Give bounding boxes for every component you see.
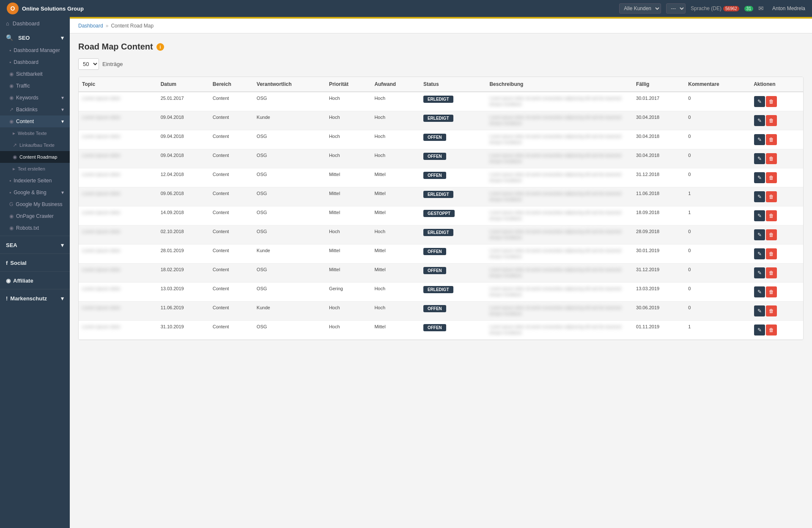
cell-beschreibung: Lorem ipsum dolor sit amet consectetur a… (486, 168, 633, 187)
keywords-chevron: ▾ (61, 95, 64, 101)
filter-bar: 50 Einträge (78, 58, 804, 70)
table-body: Lorem ipsum dolor25.01.2017ContentOSGHoc… (79, 92, 803, 340)
edit-button[interactable]: ✎ (754, 96, 765, 107)
sidebar-item-google-bing[interactable]: ▪ Google & Bing ▾ (0, 187, 70, 198)
delete-button[interactable]: 🗑 (766, 210, 777, 221)
divider-affiliate (0, 271, 70, 272)
edit-button[interactable]: ✎ (754, 134, 765, 145)
cell-verantwortlich: Kunde (253, 245, 326, 264)
edit-button[interactable]: ✎ (754, 305, 765, 316)
cell-aktionen: ✎🗑 (750, 302, 803, 321)
cell-topic: Lorem ipsum dolor (79, 168, 157, 187)
delete-button[interactable]: 🗑 (766, 153, 777, 164)
cell-status: ERLEDIGT (420, 187, 486, 206)
edit-button[interactable]: ✎ (754, 248, 765, 259)
delete-button[interactable]: 🗑 (766, 115, 777, 126)
breadcrumb-home[interactable]: Dashboard (78, 23, 103, 29)
delete-button[interactable]: 🗑 (766, 267, 777, 278)
sidebar-item-robots-txt[interactable]: ◉ Robots.txt (0, 222, 70, 234)
sidebar-item-website-texte[interactable]: ▸ Website Texte (0, 127, 70, 139)
delete-button[interactable]: 🗑 (766, 134, 777, 145)
sidebar-item-linkaufbau-texte[interactable]: ↗ Linkaufbau Texte (0, 139, 70, 151)
edit-button[interactable]: ✎ (754, 324, 765, 336)
delete-button[interactable]: 🗑 (766, 229, 777, 240)
edit-button[interactable]: ✎ (754, 115, 765, 126)
delete-button[interactable]: 🗑 (766, 191, 777, 202)
info-icon[interactable]: i (156, 43, 164, 51)
delete-button[interactable]: 🗑 (766, 172, 777, 183)
table-row: Lorem ipsum dolor09.04.2018ContentOSGHoc… (79, 149, 803, 168)
cell-beschreibung: Lorem ipsum dolor sit amet consectetur a… (486, 245, 633, 264)
edit-button[interactable]: ✎ (754, 267, 765, 278)
affiliate-section-header[interactable]: ◉ Affiliate (0, 273, 70, 287)
cell-datum: 18.02.2019 (157, 264, 209, 283)
col-bereich: Bereich (209, 77, 253, 92)
col-beschreibung: Beschreibung (486, 77, 633, 92)
delete-button[interactable]: 🗑 (766, 248, 777, 259)
cell-aufwand: Hoch (371, 149, 420, 168)
cell-bereich: Content (209, 206, 253, 226)
search-select[interactable]: --- (666, 3, 686, 14)
edit-button[interactable]: ✎ (754, 153, 765, 164)
sidebar-label-text-erstellen: Text erstellen (18, 166, 45, 171)
status-badge: ERLEDIGT (423, 286, 453, 293)
sidebar-item-keywords[interactable]: ◉ Keywords ▾ (0, 92, 70, 104)
sidebar-item-content-roadmap[interactable]: ◉ Content Roadmap (0, 151, 70, 163)
social-section-header[interactable]: f Social (0, 256, 70, 270)
sidebar-item-onpage-crawler[interactable]: ◉ OnPage Crawler (0, 210, 70, 222)
cell-aufwand: Hoch (371, 283, 420, 302)
edit-button[interactable]: ✎ (754, 210, 765, 221)
sidebar-item-dashboard-manager[interactable]: ▪ Dashboard Manager (0, 44, 70, 56)
language-selector[interactable]: Sprache (DE) 56962 (691, 6, 739, 11)
cell-beschreibung: Lorem ipsum dolor sit amet consectetur a… (486, 283, 633, 302)
delete-button[interactable]: 🗑 (766, 286, 777, 297)
customer-select[interactable]: Alle Kunden (619, 3, 661, 14)
edit-button[interactable]: ✎ (754, 172, 765, 183)
sidebar-item-dashboard[interactable]: ⌂ Dashboard (0, 17, 70, 30)
status-badge: ERLEDIGT (423, 191, 453, 198)
col-aufwand: Aufwand (371, 77, 420, 92)
sidebar-item-google-my-business[interactable]: G Google My Business (0, 198, 70, 210)
sidebar-item-sichtbarkeit[interactable]: ◉ Sichtbarkeit (0, 68, 70, 80)
cell-beschreibung: Lorem ipsum dolor sit amet consectetur a… (486, 187, 633, 206)
indexierte-icon: ▪ (9, 178, 11, 184)
delete-button[interactable]: 🗑 (766, 305, 777, 316)
cell-kommentare: 0 (685, 168, 750, 187)
sidebar-item-backlinks[interactable]: ↗ Backlinks ▾ (0, 104, 70, 116)
mail-icon[interactable]: ✉ (758, 5, 764, 12)
cell-status: OFFEN (420, 264, 486, 283)
cell-prioritaet: Hoch (326, 130, 371, 149)
entries-select[interactable]: 50 (78, 58, 99, 70)
table-header: Topic Datum Bereich Verantwortlich Prior… (79, 77, 803, 92)
seo-section-header[interactable]: 🔍 SEO ▾ (0, 30, 70, 44)
markenschutz-section-header[interactable]: ! Markenschutz ▾ (0, 291, 70, 305)
sidebar-item-dashboard[interactable]: ▪ Dashboard (0, 56, 70, 68)
cell-aufwand: Hoch (371, 92, 420, 111)
delete-button[interactable]: 🗑 (766, 324, 777, 336)
cell-beschreibung: Lorem ipsum dolor sit amet consectetur a… (486, 206, 633, 226)
cell-verantwortlich: OSG (253, 264, 326, 283)
cell-bereich: Content (209, 264, 253, 283)
sidebar-item-content[interactable]: ◉ Content ▾ (0, 116, 70, 127)
edit-button[interactable]: ✎ (754, 229, 765, 240)
delete-button[interactable]: 🗑 (766, 96, 777, 107)
edit-button[interactable]: ✎ (754, 191, 765, 202)
sidebar-item-indexierte-seiten[interactable]: ▪ Indexierte Seiten (0, 175, 70, 187)
google-my-business-icon: G (9, 201, 13, 207)
sea-label: SEA (6, 242, 17, 248)
edit-button[interactable]: ✎ (754, 286, 765, 297)
cell-beschreibung: Lorem ipsum dolor sit amet consectetur a… (486, 302, 633, 321)
col-prioritaet: Priorität (326, 77, 371, 92)
sidebar-item-text-erstellen[interactable]: ▸ Text erstellen (0, 163, 70, 175)
cell-prioritaet: Mittel (326, 168, 371, 187)
sea-section-header[interactable]: SEA ▾ (0, 238, 70, 252)
dashboard-label: Dashboard (13, 20, 40, 27)
cell-bereich: Content (209, 92, 253, 111)
cell-beschreibung: Lorem ipsum dolor sit amet consectetur a… (486, 264, 633, 283)
content-table: Topic Datum Bereich Verantwortlich Prior… (79, 77, 803, 340)
cell-aktionen: ✎🗑 (750, 92, 803, 111)
keywords-icon: ◉ (9, 95, 14, 101)
sidebar-item-traffic[interactable]: ◉ Traffic (0, 80, 70, 92)
sidebar-label-backlinks: Backlinks (16, 107, 38, 113)
cell-verantwortlich: Kunde (253, 111, 326, 130)
